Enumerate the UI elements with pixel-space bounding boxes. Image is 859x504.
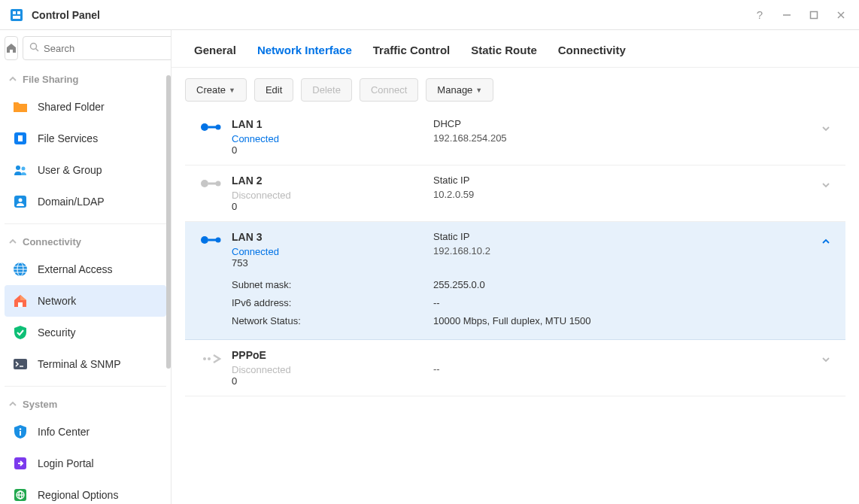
svg-rect-5: [811, 11, 818, 18]
interface-name: LAN 1: [232, 118, 433, 130]
network-icon: [12, 293, 29, 309]
svg-point-30: [201, 123, 208, 131]
interface-type: Static IP: [433, 231, 812, 242]
maximize-button[interactable]: [805, 6, 823, 24]
detail-value: --: [433, 294, 839, 312]
detail-label: IPv6 address:: [232, 294, 433, 312]
shield-icon: [12, 324, 29, 341]
chevron-up-icon: [9, 236, 17, 247]
sidebar-item-shared-folder[interactable]: Shared Folder: [5, 91, 166, 123]
detail-row: Subnet mask:255.255.0.0: [232, 276, 839, 294]
content-area: GeneralNetwork InterfaceTraffic ControlS…: [171, 30, 859, 504]
connect-button[interactable]: Connect: [360, 78, 418, 102]
interface-ip: 192.168.254.205: [433, 132, 812, 144]
nav-label: Regional Options: [38, 489, 118, 501]
svg-point-32: [216, 125, 221, 130]
app-icon: [9, 8, 24, 23]
sidebar-section-head[interactable]: Connectivity: [5, 230, 166, 254]
sidebar-section-head[interactable]: File Sharing: [5, 68, 166, 91]
interface-icon: [191, 118, 232, 156]
tab-connectivity[interactable]: Connectivity: [558, 44, 626, 56]
tab-network-interface[interactable]: Network Interface: [257, 44, 352, 56]
svg-point-33: [201, 180, 208, 187]
window-title: Control Panel: [32, 9, 100, 21]
interface-list: LAN 1Connected0DHCP192.168.254.205LAN 2D…: [171, 109, 859, 396]
svg-rect-20: [18, 302, 23, 307]
nav-label: Security: [38, 326, 76, 339]
help-button[interactable]: ?: [751, 6, 769, 24]
detail-row: IPv6 address:--: [232, 294, 839, 312]
search-input[interactable]: [44, 43, 170, 54]
detail-value: 10000 Mbps, Full duplex, MTU 1500: [433, 312, 839, 330]
info-icon: [12, 424, 29, 440]
interface-ip: 10.2.0.59: [433, 189, 812, 200]
svg-point-8: [31, 44, 37, 50]
sidebar-item-file-services[interactable]: File Services: [5, 123, 166, 154]
interface-ip: --: [433, 363, 812, 375]
nav-label: Info Center: [38, 426, 90, 438]
search-box[interactable]: [23, 36, 171, 60]
tab-general[interactable]: General: [194, 44, 236, 56]
svg-rect-24: [20, 431, 21, 436]
interface-row-lan-3[interactable]: LAN 3Connected753Static IP192.168.10.2Su…: [185, 222, 845, 340]
svg-rect-21: [14, 359, 27, 369]
interface-icon: [191, 175, 232, 212]
toolbar: Create▼ Edit Delete Connect Manage▼: [171, 68, 859, 109]
globe-icon: [12, 261, 29, 278]
detail-value: 255.255.0.0: [433, 276, 839, 294]
svg-rect-3: [13, 16, 20, 19]
interface-status: Connected: [232, 246, 433, 257]
file-services-icon: [12, 130, 29, 147]
chevron-down-icon[interactable]: [821, 355, 830, 366]
detail-label: Network Status:: [232, 312, 433, 330]
minimize-button[interactable]: [778, 6, 796, 24]
sidebar-item-security[interactable]: Security: [5, 317, 166, 348]
sidebar-item-regional-options[interactable]: Regional Options: [5, 479, 166, 504]
create-button[interactable]: Create▼: [185, 78, 247, 102]
folder-icon: [12, 99, 29, 115]
interface-status: Connected: [232, 133, 433, 144]
nav-label: Shared Folder: [38, 101, 105, 113]
svg-point-38: [216, 238, 221, 243]
interface-row-lan-1[interactable]: LAN 1Connected0DHCP192.168.254.205: [185, 109, 845, 165]
close-button[interactable]: [832, 6, 850, 24]
svg-line-9: [36, 49, 39, 52]
interface-name: LAN 3: [232, 231, 433, 243]
home-button[interactable]: [5, 36, 18, 60]
interface-status: Disconnected: [232, 364, 433, 375]
login-icon: [12, 455, 29, 472]
sidebar-item-user-group[interactable]: User & Group: [5, 154, 166, 186]
caret-down-icon: ▼: [229, 87, 235, 94]
sidebar-item-domain-ldap[interactable]: Domain/LDAP: [5, 186, 166, 217]
svg-point-14: [19, 199, 23, 202]
nav-label: Login Portal: [38, 457, 94, 469]
svg-rect-1: [13, 11, 16, 14]
svg-point-39: [203, 357, 206, 360]
detail-label: Subnet mask:: [232, 276, 433, 294]
sidebar-section-head[interactable]: System: [5, 393, 166, 416]
tab-traffic-control[interactable]: Traffic Control: [373, 44, 451, 56]
tab-static-route[interactable]: Static Route: [471, 44, 537, 56]
chevron-down-icon[interactable]: [821, 124, 830, 135]
sidebar-item-external-access[interactable]: External Access: [5, 254, 166, 285]
sidebar: File SharingShared FolderFile ServicesUs…: [0, 30, 171, 504]
manage-button[interactable]: Manage▼: [426, 78, 493, 102]
svg-point-11: [16, 165, 20, 170]
sidebar-item-network[interactable]: Network: [5, 285, 166, 317]
interface-row-pppoe[interactable]: PPPoEDisconnected0 --: [185, 340, 845, 396]
interface-row-lan-2[interactable]: LAN 2Disconnected0Static IP10.2.0.59: [185, 165, 845, 222]
domain-icon: [12, 193, 29, 210]
sidebar-item-login-portal[interactable]: Login Portal: [5, 448, 166, 479]
sidebar-item-info-center[interactable]: Info Center: [5, 416, 166, 448]
sidebar-item-terminal-snmp[interactable]: Terminal & SNMP: [5, 348, 166, 380]
chevron-down-icon[interactable]: [821, 181, 830, 192]
chevron-up-icon[interactable]: [821, 237, 830, 248]
svg-rect-2: [17, 11, 20, 14]
sidebar-scrollbar[interactable]: [166, 75, 171, 369]
svg-point-35: [216, 181, 221, 187]
interface-type: DHCP: [433, 118, 812, 129]
svg-point-23: [20, 428, 22, 430]
interface-icon: [191, 349, 232, 387]
edit-button[interactable]: Edit: [254, 78, 293, 102]
delete-button[interactable]: Delete: [301, 78, 352, 102]
